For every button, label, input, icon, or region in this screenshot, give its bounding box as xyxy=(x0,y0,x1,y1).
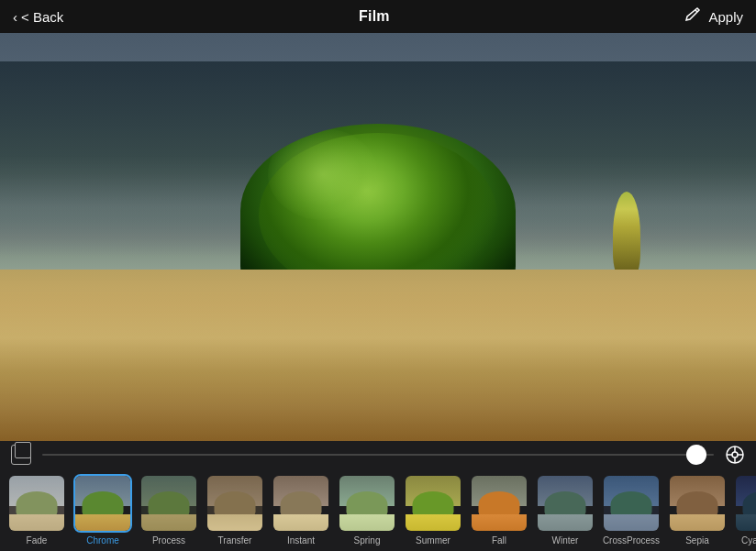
filter-label-summer: Summer xyxy=(416,535,450,545)
slider-thumb[interactable] xyxy=(686,445,706,465)
filter-thumb-process xyxy=(139,474,198,533)
filter-label-fade: Fade xyxy=(27,535,48,545)
filter-item-fall[interactable]: Fall xyxy=(468,474,530,545)
filter-thumb-summer xyxy=(404,474,462,533)
filter-item-spring[interactable]: Spring xyxy=(336,474,398,545)
svg-point-1 xyxy=(732,452,738,457)
shadow-overlay xyxy=(0,286,756,441)
filter-item-cross[interactable]: CrossProcess xyxy=(600,474,662,545)
filter-item-winter[interactable]: Winter xyxy=(534,474,596,545)
intensity-slider[interactable] xyxy=(42,454,714,456)
filter-item-chrome[interactable]: Chrome xyxy=(72,474,134,545)
filter-thumb-fade xyxy=(7,474,66,533)
filter-label-fall: Fall xyxy=(492,535,506,545)
back-chevron: ‹ xyxy=(13,9,17,25)
filter-thumb-sepia xyxy=(668,474,727,533)
filter-item-cyano[interactable]: Cyanotype xyxy=(732,474,756,545)
landscape xyxy=(0,33,756,441)
back-button[interactable]: ‹ < Back xyxy=(13,9,63,25)
filter-strip: FadeChromeProcessTransferInstantSpringSu… xyxy=(0,468,756,551)
main-image xyxy=(0,33,756,441)
edit-area: Apply xyxy=(684,6,743,27)
slider-row xyxy=(0,441,756,468)
filter-item-summer[interactable]: Summer xyxy=(402,474,464,545)
apply-button[interactable]: Apply xyxy=(708,9,743,25)
filter-thumb-winter xyxy=(536,474,595,533)
copy-icon[interactable] xyxy=(11,445,31,465)
filter-thumb-spring xyxy=(338,474,396,533)
filter-label-instant: Instant xyxy=(287,535,315,545)
filter-label-cyano: Cyanotype xyxy=(741,535,756,545)
filter-thumb-cross xyxy=(602,474,661,533)
filter-thumb-cyano xyxy=(734,474,756,533)
filter-item-process[interactable]: Process xyxy=(138,474,200,545)
controls-bar: FadeChromeProcessTransferInstantSpringSu… xyxy=(0,441,756,551)
filter-label-chrome: Chrome xyxy=(86,535,119,545)
filter-item-instant[interactable]: Instant xyxy=(270,474,332,545)
settings-icon[interactable] xyxy=(725,445,745,465)
filter-thumb-fall xyxy=(470,474,528,533)
filter-thumb-transfer xyxy=(206,474,264,533)
filter-label-transfer: Transfer xyxy=(218,535,252,545)
filter-thumb-chrome xyxy=(73,474,132,533)
filter-label-cross: CrossProcess xyxy=(603,535,660,545)
filter-item-transfer[interactable]: Transfer xyxy=(204,474,266,545)
page-title: Film xyxy=(359,8,390,25)
filter-label-spring: Spring xyxy=(354,535,381,545)
filter-label-process: Process xyxy=(152,535,185,545)
brush-icon xyxy=(684,6,701,27)
filter-label-winter: Winter xyxy=(552,535,579,545)
filter-item-sepia[interactable]: Sepia xyxy=(666,474,728,545)
top-bar: ‹ < Back Film Apply xyxy=(0,0,756,33)
filter-item-fade[interactable]: Fade xyxy=(6,474,68,545)
back-label: < Back xyxy=(21,9,63,25)
filter-label-sepia: Sepia xyxy=(685,535,709,545)
filter-thumb-instant xyxy=(272,474,330,533)
